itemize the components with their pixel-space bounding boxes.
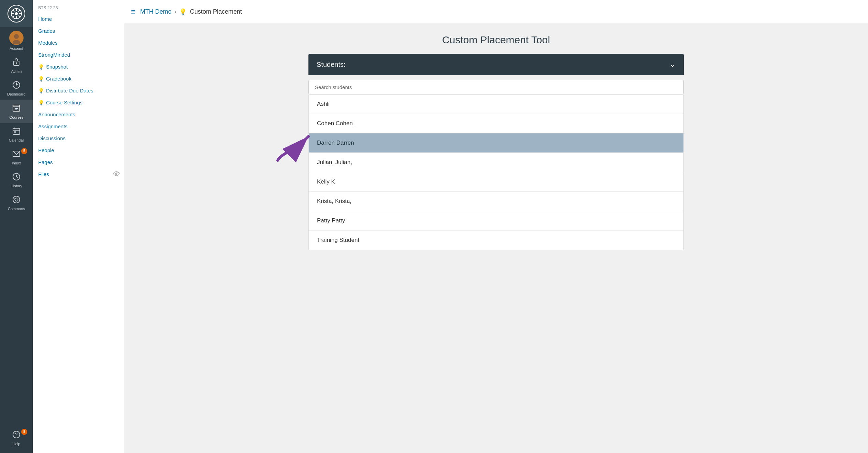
nav-gradebook-label: Gradebook [46,76,71,82]
svg-line-7 [18,16,20,17]
nav-label-commons: Commons [8,207,25,211]
students-chevron-icon: ⌄ [669,60,676,69]
nav-pages[interactable]: Pages [33,156,124,168]
help-badge: 8 [21,429,27,435]
avatar [9,31,24,45]
nav-item-commons[interactable]: Commons [0,192,33,215]
dashboard-icon [12,81,21,91]
nav-distribute[interactable]: 💡 Distribute Due Dates [33,85,124,97]
svg-line-6 [13,10,14,12]
search-input[interactable] [308,80,684,94]
page-title: Custom Placement Tool [308,34,684,46]
breadcrumb-bulb-icon: 💡 [179,8,187,16]
nav-grades[interactable]: Grades [33,25,124,37]
nav-announcements-label: Announcements [38,112,75,117]
nav-item-history[interactable]: History [0,169,33,192]
files-eye-icon[interactable] [113,171,120,177]
student-item[interactable]: Kelly K [309,172,683,192]
student-item[interactable]: Darren Darren [309,133,683,153]
student-item[interactable]: Patty Patty [309,211,683,231]
svg-point-1 [15,12,18,15]
svg-rect-21 [13,128,20,134]
students-dropdown-header[interactable]: Students: ⌄ [308,54,684,75]
nav-item-admin[interactable]: Admin [0,54,33,77]
student-item[interactable]: Julian, Julian, [309,153,683,172]
students-header-label: Students: [317,61,346,69]
nav-people-label: People [38,147,54,153]
nav-pages-label: Pages [38,159,53,165]
inbox-icon [12,149,21,160]
student-item[interactable]: Krista, Krista, [309,192,683,211]
nav-item-courses[interactable]: Courses [0,100,33,123]
nav-modules[interactable]: Modules [33,37,124,49]
nav-item-help[interactable]: 8 ? Help [0,427,33,450]
course-nav: BTS 22-23 Home Grades Modules StrongMind… [33,0,124,453]
nav-strongminded[interactable]: StrongMinded [33,49,124,61]
nav-label-inbox: Inbox [12,161,21,165]
breadcrumb-parent[interactable]: MTH Demo [140,8,172,15]
svg-line-31 [114,172,119,175]
nav-label-help: Help [13,442,20,446]
global-nav: Account Admin Dashboard [0,0,33,453]
breadcrumb: MTH Demo › 💡 Custom Placement [140,8,242,16]
breadcrumb-current: Custom Placement [190,8,242,15]
content-wrapper: Custom Placement Tool Students: ⌄ AshliC… [308,34,684,250]
inbox-badge: 5 [21,148,27,154]
app-logo[interactable] [0,0,33,27]
svg-point-11 [14,34,19,39]
svg-rect-17 [13,105,20,111]
nav-snapshot-label: Snapshot [46,64,68,70]
gradebook-bulb-icon: 💡 [38,76,44,82]
student-item[interactable]: Ashli [309,94,683,114]
svg-point-16 [16,85,17,86]
nav-grades-label: Grades [38,28,55,34]
nav-home-label: Home [38,16,52,22]
nav-course-settings[interactable]: 💡 Course Settings [33,97,124,108]
admin-icon [12,58,21,68]
hamburger-button[interactable]: ≡ [131,8,135,16]
content-area: Custom Placement Tool Students: ⌄ AshliC… [124,24,868,453]
nav-home[interactable]: Home [33,13,124,25]
nav-distribute-label: Distribute Due Dates [46,88,93,93]
nav-discussions[interactable]: Discussions [33,132,124,144]
nav-files-label: Files [38,171,49,177]
svg-point-14 [16,62,17,64]
nav-people[interactable]: People [33,144,124,156]
nav-snapshot[interactable]: 💡 Snapshot [33,61,124,73]
nav-assignments-label: Assignments [38,123,68,129]
nav-item-calendar[interactable]: Calendar [0,123,33,146]
calendar-icon [12,127,21,137]
nav-announcements[interactable]: Announcements [33,108,124,120]
student-list: AshliCohen Cohen_Darren DarrenJulian, Ju… [308,94,684,250]
nav-label-account: Account [10,46,23,51]
svg-rect-25 [14,131,16,133]
nav-modules-label: Modules [38,40,58,46]
nav-gradebook[interactable]: 💡 Gradebook [33,73,124,85]
breadcrumb-separator: › [174,8,176,15]
nav-course-settings-label: Course Settings [46,100,83,105]
nav-strongminded-label: StrongMinded [38,52,70,58]
nav-files-row: Files [33,168,124,180]
nav-files[interactable]: Files [38,171,49,177]
distribute-bulb-icon: 💡 [38,88,44,93]
coursesettings-bulb-icon: 💡 [38,100,44,105]
snapshot-bulb-icon: 💡 [38,64,44,70]
help-icon: ? [12,430,21,440]
nav-label-admin: Admin [11,69,21,74]
nav-label-courses: Courses [10,115,24,120]
courses-icon [12,104,21,114]
nav-item-dashboard[interactable]: Dashboard [0,77,33,100]
svg-line-8 [18,10,20,12]
nav-label-history: History [11,184,22,188]
nav-item-inbox[interactable]: 5 Inbox [0,146,33,169]
student-item[interactable]: Cohen Cohen_ [309,114,683,133]
svg-text:?: ? [15,432,18,437]
nav-assignments[interactable]: Assignments [33,120,124,132]
nav-label-dashboard: Dashboard [7,92,26,97]
svg-line-9 [13,16,14,17]
nav-label-calendar: Calendar [9,138,24,143]
svg-point-28 [13,196,20,203]
history-icon [12,172,21,182]
nav-item-account[interactable]: Account [0,27,33,54]
student-item[interactable]: Training Student [309,231,683,250]
